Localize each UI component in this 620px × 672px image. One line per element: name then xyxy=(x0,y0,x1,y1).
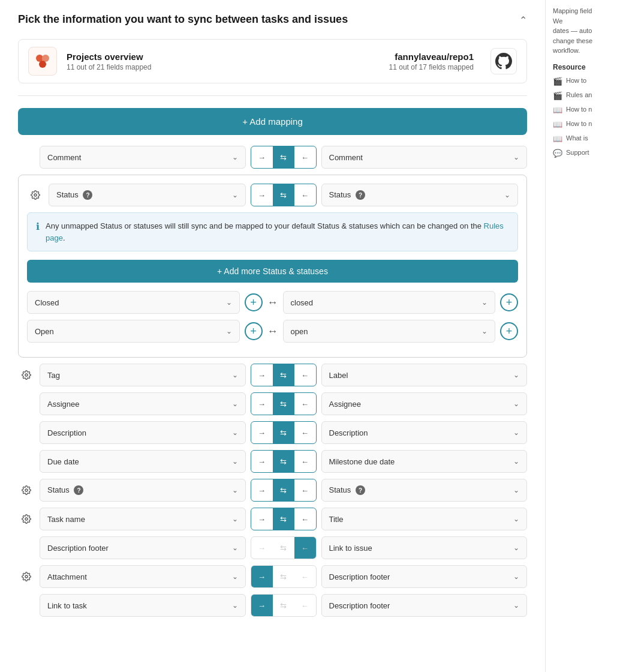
left-field-due-date[interactable]: Due date ⌄ xyxy=(40,450,246,473)
sync-both-btn[interactable]: ⇆ xyxy=(273,479,294,501)
sync-left-btn[interactable]: ← xyxy=(294,146,316,168)
right-field-task-name[interactable]: Title ⌄ xyxy=(321,508,528,530)
left-field-assignee[interactable]: Assignee ⌄ xyxy=(40,392,246,415)
right-field-status[interactable]: Status ? ⌄ xyxy=(321,184,519,206)
chevron-down-icon: ⌄ xyxy=(232,428,238,437)
settings-icon[interactable] xyxy=(27,187,44,203)
sync-both-btn[interactable]: ⇆ xyxy=(273,146,294,168)
sync-left-btn[interactable]: ← xyxy=(294,479,316,501)
add-right-btn[interactable]: + xyxy=(500,293,518,311)
right-field-status2[interactable]: Status ? ⌄ xyxy=(321,479,528,502)
video-icon-1: 🎬 xyxy=(553,77,562,86)
sync-right-btn-active[interactable]: → xyxy=(251,566,273,587)
left-status-open[interactable]: Open ⌄ xyxy=(27,320,240,343)
sync-both-btn-disabled[interactable]: ⇆ xyxy=(273,566,294,587)
left-status-closed[interactable]: Closed ⌄ xyxy=(27,291,240,314)
right-field-tag[interactable]: Label ⌄ xyxy=(321,364,528,386)
side-link-how-to-3[interactable]: 📖 How to n xyxy=(553,119,613,129)
settings-icon-task-name[interactable] xyxy=(18,511,35,527)
help-icon[interactable]: ? xyxy=(74,485,83,495)
sync-both-btn[interactable]: ⇆ xyxy=(273,364,294,386)
sync-right-btn[interactable]: → xyxy=(251,393,273,415)
right-field-link-to-task-desc-footer[interactable]: Description footer ⌄ xyxy=(321,594,528,617)
sync-both-btn[interactable]: ⇆ xyxy=(273,451,294,472)
side-link-how-to-1[interactable]: 🎬 How to xyxy=(553,76,613,86)
sync-left-btn-active[interactable]: ← xyxy=(294,537,316,559)
sync-left-btn[interactable]: ← xyxy=(294,451,316,472)
sync-right-btn[interactable]: → xyxy=(251,184,273,206)
sync-both-btn[interactable]: ⇆ xyxy=(273,508,294,530)
right-field-due-date[interactable]: Milestone due date ⌄ xyxy=(321,450,528,473)
sync-controls-due-date: → ⇆ ← xyxy=(251,450,317,473)
help-icon[interactable]: ? xyxy=(83,190,92,200)
video-icon-2: 🎬 xyxy=(553,91,562,100)
sync-right-btn[interactable]: → xyxy=(251,451,273,472)
add-left-open-btn[interactable]: + xyxy=(245,322,263,340)
bidirectional-arrow-icon: ↔ xyxy=(267,296,278,309)
side-link-text-2: Rules an xyxy=(566,91,592,100)
sync-left-btn[interactable]: ← xyxy=(294,422,316,443)
right-status-closed[interactable]: closed ⌄ xyxy=(283,291,496,314)
left-field-desc-footer[interactable]: Description footer ⌄ xyxy=(40,536,246,559)
sync-right-btn[interactable]: → xyxy=(251,508,273,530)
sync-left-btn[interactable]: ← xyxy=(294,364,316,386)
side-link-rules[interactable]: 🎬 Rules an xyxy=(553,91,613,100)
projects-info: Projects overview 11 out of 21 fields ma… xyxy=(67,52,380,71)
link-to-issue-label: Link to issue xyxy=(329,544,372,553)
sync-left-btn[interactable]: ← xyxy=(294,393,316,415)
due-date-label: Due date xyxy=(47,457,79,466)
settings-icon-attachment[interactable] xyxy=(18,568,35,585)
right-field-comment[interactable]: Comment ⌄ xyxy=(321,146,528,169)
sync-left-btn-disabled[interactable]: ← xyxy=(294,566,316,587)
add-mapping-button[interactable]: + Add mapping xyxy=(18,108,527,135)
sync-both-btn-disabled[interactable]: ⇆ xyxy=(273,595,294,616)
right-field-description[interactable]: Description ⌄ xyxy=(321,421,528,444)
left-field-status[interactable]: Status ? ⌄ xyxy=(49,184,246,206)
help-icon[interactable]: ? xyxy=(356,485,365,495)
right-field-attachment-desc-footer[interactable]: Description footer ⌄ xyxy=(321,565,528,588)
left-status-label: Status ? xyxy=(56,190,92,200)
add-right-open-btn[interactable]: + xyxy=(500,322,518,340)
support-icon: 💬 xyxy=(553,149,562,158)
info-icon: ℹ xyxy=(36,221,40,244)
settings-icon-tag[interactable] xyxy=(18,367,35,383)
sync-left-btn[interactable]: ← xyxy=(294,184,316,206)
sync-controls-status2: → ⇆ ← xyxy=(251,479,317,502)
right-field-assignee[interactable]: Assignee ⌄ xyxy=(321,392,528,415)
sync-right-btn-disabled[interactable]: → xyxy=(251,537,273,559)
left-field-comment[interactable]: Comment ⌄ xyxy=(40,146,246,169)
sync-both-btn[interactable]: ⇆ xyxy=(273,393,294,415)
sync-right-btn[interactable]: → xyxy=(251,422,273,443)
sync-right-btn-active[interactable]: → xyxy=(251,595,273,616)
sync-left-btn[interactable]: ← xyxy=(294,508,316,530)
left-field-tag[interactable]: Tag ⌄ xyxy=(40,364,246,386)
divider xyxy=(18,95,527,96)
side-link-support[interactable]: 💬 Support xyxy=(553,148,613,158)
sync-both-btn[interactable]: ⇆ xyxy=(273,184,294,206)
page-header: Pick the information you want to sync be… xyxy=(18,12,527,27)
side-link-text-5: What is xyxy=(566,134,588,143)
closed-label-left: Closed xyxy=(35,298,59,307)
sync-both-btn[interactable]: ⇆ xyxy=(273,422,294,443)
add-status-button[interactable]: + Add more Status & statuses xyxy=(27,260,518,283)
left-field-attachment[interactable]: Attachment ⌄ xyxy=(40,565,246,588)
sync-left-btn-disabled[interactable]: ← xyxy=(294,595,316,616)
sync-both-btn-disabled[interactable]: ⇆ xyxy=(273,537,294,559)
status-mapping-row-open: Open ⌄ + ↔ open ⌄ + xyxy=(27,320,518,343)
right-field-link-to-issue[interactable]: Link to issue ⌄ xyxy=(321,536,528,559)
sync-right-btn[interactable]: → xyxy=(251,364,273,386)
sync-right-btn[interactable]: → xyxy=(251,146,273,168)
settings-icon-status2[interactable] xyxy=(18,482,35,499)
left-field-task-name[interactable]: Task name ⌄ xyxy=(40,508,246,530)
left-field-description[interactable]: Description ⌄ xyxy=(40,421,246,444)
collapse-icon[interactable]: ⌃ xyxy=(519,14,527,26)
sync-right-btn[interactable]: → xyxy=(251,479,273,501)
left-field-status2[interactable]: Status ? ⌄ xyxy=(40,479,246,502)
add-left-btn[interactable]: + xyxy=(245,293,263,311)
side-link-how-to-2[interactable]: 📖 How to n xyxy=(553,105,613,115)
left-field-link-to-task[interactable]: Link to task ⌄ xyxy=(40,594,246,617)
chevron-down-icon: ⌄ xyxy=(513,544,519,552)
side-link-what-is[interactable]: 📖 What is xyxy=(553,134,613,143)
right-status-open[interactable]: open ⌄ xyxy=(283,320,496,343)
help-icon[interactable]: ? xyxy=(356,190,365,200)
